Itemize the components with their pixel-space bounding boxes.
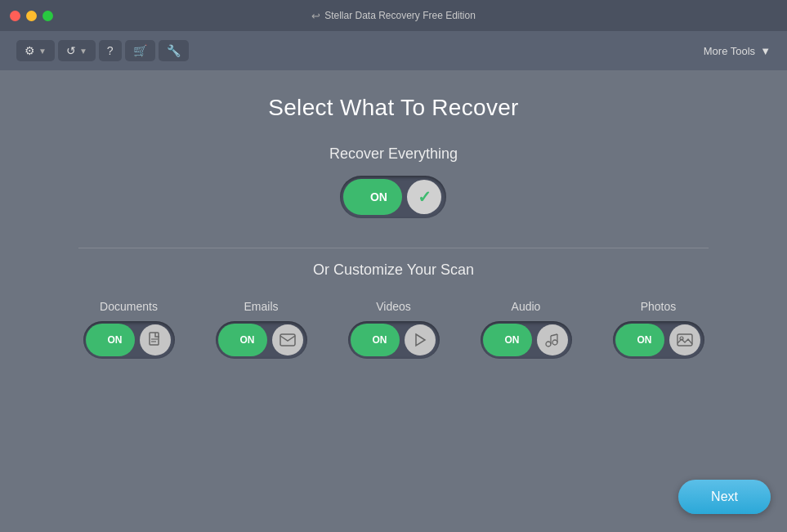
emails-toggle[interactable]: ON xyxy=(216,321,307,359)
videos-toggle-knob xyxy=(405,324,436,355)
refresh-chevron: ▼ xyxy=(79,47,87,56)
category-videos: Videos ON xyxy=(348,300,440,359)
help-icon: ? xyxy=(107,44,114,57)
photos-toggle-on: ON xyxy=(637,334,652,346)
main-content: Select What To Recover Recover Everythin… xyxy=(0,70,787,532)
close-button[interactable] xyxy=(10,11,20,21)
toggle-green-track: ON xyxy=(343,179,402,215)
emails-toggle-track: ON xyxy=(218,324,267,356)
settings-icon: ⚙ xyxy=(25,44,35,57)
documents-toggle[interactable]: ON xyxy=(83,321,175,359)
recover-everything-section: Recover Everything ON ✓ xyxy=(329,145,458,218)
toolbar: ⚙ ▼ ↺ ▼ ? 🛒 🔧 More Tools ▼ xyxy=(0,31,787,70)
cart-icon: 🛒 xyxy=(133,44,147,57)
cart-button[interactable]: 🛒 xyxy=(125,40,155,61)
back-icon: ↩ xyxy=(311,10,320,22)
customize-label: Or Customize Your Scan xyxy=(313,262,474,279)
photo-icon xyxy=(677,333,693,347)
help-button[interactable]: ? xyxy=(99,40,122,61)
emails-toggle-knob xyxy=(272,324,303,355)
photos-toggle-track: ON xyxy=(615,324,664,356)
more-tools[interactable]: More Tools ▼ xyxy=(704,45,771,57)
svg-marker-4 xyxy=(416,334,425,346)
wrench-icon: 🔧 xyxy=(167,44,181,57)
app-title: ↩ Stellar Data Recovery Free Edition xyxy=(311,10,476,22)
app-title-text: Stellar Data Recovery Free Edition xyxy=(324,10,476,21)
minimize-button[interactable] xyxy=(26,11,37,21)
toggle-on-label: ON xyxy=(370,190,387,203)
videos-toggle-on: ON xyxy=(373,334,387,346)
documents-toggle-track: ON xyxy=(86,324,135,356)
window-controls xyxy=(10,11,53,21)
emails-toggle-on: ON xyxy=(240,334,255,346)
toolbar-left: ⚙ ▼ ↺ ▼ ? 🛒 🔧 xyxy=(16,40,189,61)
recover-everything-toggle[interactable]: ON ✓ xyxy=(340,176,446,218)
audio-toggle-track: ON xyxy=(483,324,532,356)
maximize-button[interactable] xyxy=(42,11,53,21)
audio-label: Audio xyxy=(512,300,541,313)
photos-toggle-knob xyxy=(669,324,700,355)
audio-toggle[interactable]: ON xyxy=(481,321,572,359)
toggle-knob: ✓ xyxy=(407,180,441,214)
titlebar: ↩ Stellar Data Recovery Free Edition xyxy=(0,0,787,31)
audio-toggle-knob xyxy=(537,324,568,355)
photos-toggle[interactable]: ON xyxy=(613,321,704,359)
photos-label: Photos xyxy=(641,300,677,313)
categories-list: Documents ON Emails xyxy=(83,300,704,359)
next-button[interactable]: Next xyxy=(678,480,771,514)
videos-label: Videos xyxy=(376,300,411,313)
videos-toggle-track: ON xyxy=(351,324,400,356)
refresh-icon: ↺ xyxy=(66,44,76,57)
more-tools-chevron: ▼ xyxy=(760,45,771,57)
video-icon xyxy=(413,332,427,348)
audio-toggle-on: ON xyxy=(505,334,520,346)
section-divider xyxy=(78,248,708,248)
svg-rect-3 xyxy=(280,334,295,346)
document-icon xyxy=(148,332,163,348)
svg-line-9 xyxy=(551,334,557,336)
check-icon: ✓ xyxy=(418,187,432,207)
audio-icon xyxy=(544,332,561,348)
videos-toggle[interactable]: ON xyxy=(348,321,440,359)
settings-button[interactable]: ⚙ ▼ xyxy=(16,40,55,61)
recover-everything-label: Recover Everything xyxy=(329,145,458,163)
emails-label: Emails xyxy=(244,300,278,313)
documents-toggle-knob xyxy=(140,324,171,355)
more-tools-label: More Tools xyxy=(704,45,755,57)
page-title: Select What To Recover xyxy=(268,95,518,121)
refresh-button[interactable]: ↺ ▼ xyxy=(58,40,96,61)
documents-label: Documents xyxy=(100,300,158,313)
category-photos: Photos ON xyxy=(613,300,704,359)
email-icon xyxy=(279,333,296,346)
svg-point-6 xyxy=(552,340,557,345)
svg-rect-10 xyxy=(677,334,692,346)
category-audio: Audio ON xyxy=(481,300,572,359)
wrench-button[interactable]: 🔧 xyxy=(159,40,189,61)
category-emails: Emails ON xyxy=(216,300,307,359)
documents-toggle-on: ON xyxy=(108,334,123,346)
settings-chevron: ▼ xyxy=(38,47,47,56)
svg-point-5 xyxy=(546,342,551,346)
category-documents: Documents ON xyxy=(83,300,175,359)
